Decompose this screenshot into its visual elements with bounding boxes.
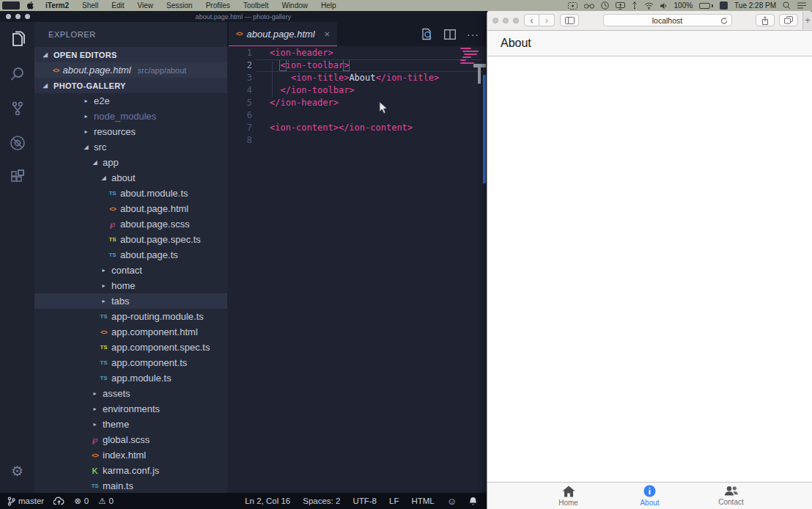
tree-file-global.scss[interactable]: ℘global.scss [34, 432, 227, 447]
sync-changes-button[interactable] [53, 497, 64, 505]
gear-icon[interactable]: ⚙ [0, 463, 34, 480]
statusbar-item[interactable]: HTML [411, 497, 434, 505]
tree-folder-environments[interactable]: ▸environments [34, 401, 227, 417]
glasses-icon[interactable] [584, 3, 594, 9]
dongle-icon[interactable] [632, 1, 638, 10]
open-editors-header[interactable]: ◢ OPEN EDITORS [34, 47, 227, 62]
code-line-3[interactable]: 3 <ion-title>About</ion-title> [227, 72, 487, 84]
warnings-indicator[interactable]: ⚠ 0 [98, 496, 114, 506]
volume-icon[interactable] [660, 2, 668, 10]
screen-record-icon[interactable] [568, 2, 577, 10]
tree-file-about.module.ts[interactable]: TSabout.module.ts [34, 186, 227, 201]
tree-file-about.page.scss[interactable]: ℘about.page.scss [34, 216, 227, 232]
code-line-7[interactable]: 7<ion-content></ion-content> [227, 122, 487, 134]
share-icon[interactable] [756, 14, 775, 26]
tree-file-about.page.spec.ts[interactable]: TSabout.page.spec.ts [34, 232, 227, 247]
more-actions-icon[interactable]: ··· [467, 31, 479, 38]
scrollbar-decoration[interactable] [483, 75, 486, 183]
code-line-2[interactable]: 2 <ion-toolbar> [227, 59, 487, 72]
notification-list-icon[interactable] [797, 2, 806, 9]
tree-file-app.component.html[interactable]: <>app.component.html [34, 324, 227, 340]
statusbar-item[interactable]: Ln 2, Col 16 [245, 497, 290, 505]
code-line-8[interactable]: 8 [227, 134, 487, 147]
close-tab-icon[interactable]: × [324, 29, 330, 40]
menu-item-session[interactable]: Session [160, 1, 199, 10]
tab-about[interactable]: About [609, 483, 690, 509]
tab-contact[interactable]: Contact [690, 483, 772, 509]
code-editor[interactable]: 1<ion-header>2 <ion-toolbar>3 <ion-title… [227, 46, 487, 493]
search-icon[interactable] [0, 56, 34, 91]
errors-indicator[interactable]: ⊗ 0 [74, 496, 89, 506]
menu-item-shell[interactable]: Shell [75, 1, 105, 10]
vscode-title-bar[interactable]: about.page.html — photo-gallery [0, 11, 487, 22]
tabs-overview-icon[interactable] [779, 14, 798, 26]
text-cursor-artifact [478, 67, 481, 84]
files-icon[interactable] [0, 22, 34, 56]
tree-folder-tabs[interactable]: ▸tabs [34, 293, 227, 309]
statusbar-item[interactable]: LF [389, 497, 399, 505]
menu-item-view[interactable]: View [131, 1, 160, 10]
notifications-bell-icon[interactable] [469, 497, 477, 506]
tree-folder-assets[interactable]: ▸assets [34, 386, 227, 401]
menu-item-edit[interactable]: Edit [105, 1, 130, 10]
menu-item-profiles[interactable]: Profiles [199, 1, 237, 10]
menu-item-help[interactable]: Help [314, 1, 343, 10]
code-line-1[interactable]: 1<ion-header> [227, 47, 487, 59]
minimize-window-button[interactable] [503, 18, 509, 23]
tree-file-about.page.html[interactable]: <>about.page.html [34, 201, 227, 216]
tree-folder-theme[interactable]: ▸theme [34, 417, 227, 432]
tree-folder-about[interactable]: ◢about [34, 170, 227, 186]
search-in-file-icon[interactable] [421, 28, 433, 40]
statusbar-item[interactable]: UTF-8 [353, 497, 377, 505]
close-window-button[interactable] [492, 18, 498, 23]
address-bar[interactable]: localhost [603, 14, 732, 26]
clock-icon[interactable] [601, 1, 609, 10]
tree-folder-node_modules[interactable]: ▸node_modules [34, 109, 227, 124]
debug-disabled-icon[interactable] [0, 125, 34, 160]
code-line-6[interactable]: 6 [227, 109, 487, 122]
tree-folder-e2e[interactable]: ▸e2e [34, 93, 227, 109]
tab-home[interactable]: Home [528, 483, 609, 509]
tree-item-label: about.page.ts [120, 249, 178, 260]
display-icon[interactable] [616, 2, 625, 10]
source-control-icon[interactable] [0, 91, 34, 125]
tree-file-karma.conf.js[interactable]: Kkarma.conf.js [34, 463, 227, 478]
code-line-4[interactable]: 4 </ion-toolbar> [227, 84, 487, 97]
menubar-clock[interactable]: Tue 2:28 PM [734, 1, 776, 10]
tree-folder-resources[interactable]: ▸resources [34, 124, 227, 139]
wifi-icon[interactable] [644, 2, 654, 10]
new-tab-button[interactable]: + [802, 12, 812, 29]
statusbar-item[interactable]: Spaces: 2 [303, 497, 340, 505]
extensions-icon[interactable] [0, 160, 34, 194]
zoom-window-button[interactable] [513, 18, 519, 23]
tree-folder-app[interactable]: ◢app [34, 155, 227, 170]
tree-file-about.page.ts[interactable]: TSabout.page.ts [34, 247, 227, 263]
menubar-running-app-icon[interactable] [720, 1, 728, 10]
sidebar-toggle-button[interactable] [560, 14, 579, 26]
tree-folder-home[interactable]: ▸home [34, 278, 227, 293]
menu-item-iterm2[interactable]: iTerm2 [39, 1, 75, 10]
reload-icon[interactable] [720, 17, 728, 25]
editor-tab-about-page-html[interactable]: <> about.page.html × [229, 22, 337, 46]
minimap[interactable] [460, 48, 481, 65]
forward-button[interactable]: › [539, 14, 555, 26]
tree-file-app.component.ts[interactable]: TSapp.component.ts [34, 355, 227, 370]
open-editor-item[interactable]: <> about.page.html src/app/about [34, 62, 227, 78]
feedback-smiley-icon[interactable]: ☺ [447, 496, 457, 507]
spotlight-icon[interactable] [783, 1, 791, 10]
project-section-header[interactable]: ◢ PHOTO-GALLERY [34, 78, 227, 93]
tree-file-main.ts[interactable]: TSmain.ts [34, 478, 227, 493]
tree-file-index.html[interactable]: <>index.html [34, 447, 227, 463]
menu-item-window[interactable]: Window [275, 1, 314, 10]
apple-menu-icon[interactable] [27, 1, 34, 10]
split-editor-icon[interactable] [444, 29, 456, 40]
tree-file-app-routing.module.ts[interactable]: TSapp-routing.module.ts [34, 309, 227, 324]
menu-item-toolbelt[interactable]: Toolbelt [237, 1, 275, 10]
git-branch-indicator[interactable]: master [7, 497, 44, 506]
tree-file-app.component.spec.ts[interactable]: TSapp.component.spec.ts [34, 340, 227, 355]
tree-file-app.module.ts[interactable]: TSapp.module.ts [34, 370, 227, 386]
tree-folder-contact[interactable]: ▸contact [34, 263, 227, 278]
code-line-5[interactable]: 5</ion-header> [227, 97, 487, 109]
tree-folder-src[interactable]: ◢src [34, 139, 227, 155]
back-button[interactable]: ‹ [524, 14, 539, 26]
